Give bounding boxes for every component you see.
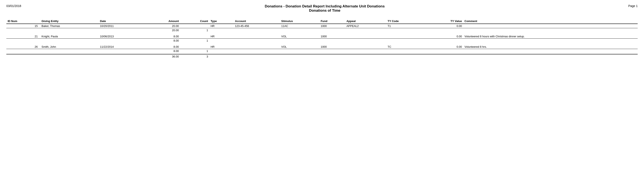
cell-comment: Volunteered 8 hrs.: [463, 45, 638, 49]
cell-ty-code: TC: [386, 45, 424, 49]
col-count: Count: [180, 19, 210, 24]
grand-total-count: 3: [180, 54, 210, 59]
col-stimulus: Stimulus: [280, 19, 319, 24]
table-header-row: ID Num Giving Entity Date Amount Count T…: [6, 19, 638, 24]
report-header: 03/01/2018 Donations - Donation Detail R…: [6, 4, 638, 13]
cell-type: HR: [209, 24, 234, 28]
cell-account: [234, 34, 280, 39]
cell-type: HR: [209, 34, 234, 39]
col-account: Account: [234, 19, 280, 24]
cell-account: 123-45-456: [234, 24, 280, 28]
subtotal-amount: 8.00: [144, 39, 180, 43]
cell-stimulus: VOL: [280, 45, 319, 49]
cell-appeal: APPEAL2: [345, 24, 386, 28]
report-table: ID Num Giving Entity Date Amount Count T…: [6, 19, 638, 59]
cell-giving-entity: Knight, Paula: [40, 34, 99, 39]
cell-type: HR: [209, 45, 234, 49]
report-title: Donations - Donation Detail Report Inclu…: [21, 4, 628, 13]
col-giving-entity: Giving Entity: [40, 19, 99, 24]
cell-appeal: [345, 34, 386, 39]
subtotal-row: 20.00 1: [6, 28, 638, 33]
cell-count: [180, 34, 210, 39]
main-title: Donations - Donation Detail Report Inclu…: [21, 4, 628, 9]
cell-date: 10/20/2011: [99, 24, 144, 28]
cell-ty-code: T1: [386, 24, 424, 28]
col-comment: Comment: [463, 19, 638, 24]
cell-amount: 20.00: [144, 24, 180, 28]
grand-total-amount: 36.00: [144, 54, 180, 59]
cell-id: 15: [6, 24, 40, 28]
col-ty-value: TY Value: [424, 19, 463, 24]
cell-count: [180, 24, 210, 28]
cell-stimulus: VOL: [280, 34, 319, 39]
cell-date: 10/06/2013: [99, 34, 144, 39]
sub-title: Donations of Time: [21, 9, 628, 13]
cell-stimulus: 11AC: [280, 24, 319, 28]
cell-date: 11/22/2014: [99, 45, 144, 49]
subtotal-count: 1: [180, 39, 210, 43]
col-ty-code: TY Code: [386, 19, 424, 24]
col-date: Date: [99, 19, 144, 24]
cell-fund: 1000: [319, 45, 345, 49]
cell-ty-value: 0.00: [424, 45, 463, 49]
cell-giving-entity: Smith, John: [40, 45, 99, 49]
page-number: Page 1: [628, 4, 638, 8]
cell-id: 26: [6, 45, 40, 49]
col-type: Type: [209, 19, 234, 24]
cell-amount: 8.00: [144, 34, 180, 39]
cell-comment: Volunteered 8 hours with Christmas dinne…: [463, 34, 638, 39]
cell-fund: 1000: [319, 24, 345, 28]
col-fund: Fund: [319, 19, 345, 24]
cell-ty-value: 0.00: [424, 24, 463, 28]
cell-giving-entity: Baker, Thomas: [40, 24, 99, 28]
cell-id: 21: [6, 34, 40, 39]
col-appeal: Appeal: [345, 19, 386, 24]
cell-ty-value: 0.00: [424, 34, 463, 39]
subtotal-amount: 8.00: [144, 49, 180, 53]
subtotal-row: 8.00 1: [6, 39, 638, 43]
subtotal-count: 1: [180, 28, 210, 33]
cell-ty-code: [386, 34, 424, 39]
grand-total-row: 36.00 3: [6, 54, 638, 59]
table-row: 15 Baker, Thomas 10/20/2011 20.00 HR 123…: [6, 24, 638, 28]
table-row: 26 Smith, John 11/22/2014 8.00 HR VOL 10…: [6, 45, 638, 49]
col-id-num: ID Num: [6, 19, 40, 24]
cell-comment: [463, 24, 638, 28]
spacer-row: [6, 43, 638, 45]
subtotal-row: 8.00 1: [6, 49, 638, 53]
cell-appeal: [345, 45, 386, 49]
spacer-row: [6, 32, 638, 34]
col-amount: Amount: [144, 19, 180, 24]
report-date: 03/01/2018: [6, 4, 21, 8]
subtotal-amount: 20.00: [144, 28, 180, 33]
cell-amount: 8.00: [144, 45, 180, 49]
table-row: 21 Knight, Paula 10/06/2013 8.00 HR VOL …: [6, 34, 638, 39]
cell-account: [234, 45, 280, 49]
cell-count: [180, 45, 210, 49]
cell-fund: 1000: [319, 34, 345, 39]
subtotal-count: 1: [180, 49, 210, 53]
